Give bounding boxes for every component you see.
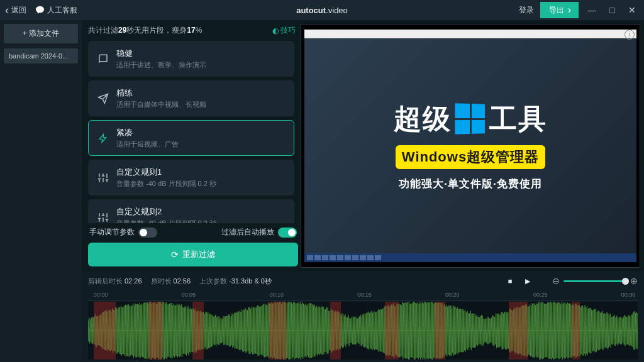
ruler-tick: 00:25 [533, 292, 548, 298]
cut-segment[interactable] [385, 302, 399, 359]
manual-params-label: 手动调节参数 [89, 227, 135, 238]
mode-desc: 音量参数 -40 dB 片段间隔 0.2 秒 [116, 179, 216, 189]
customer-service-button[interactable]: 人工客服 [35, 5, 77, 16]
cut-segment[interactable] [94, 302, 116, 359]
sidebar: + 添加文件 bandicam 2024-0... [0, 20, 82, 362]
mode-card[interactable]: 紧凑适用于短视频、广告 [88, 120, 294, 156]
refilter-button[interactable]: 重新过滤 [88, 243, 298, 266]
cut-segment[interactable] [148, 302, 162, 359]
sliders-icon [96, 171, 110, 185]
mode-card[interactable]: 自定义规则2音量参数 -40 dB 片段间隔 0.2 秒 [88, 199, 294, 223]
autoplay-toggle[interactable] [278, 228, 297, 238]
cut-segment[interactable] [330, 302, 341, 359]
waveform-svg [88, 302, 638, 359]
waveform[interactable] [88, 302, 638, 359]
windows-logo-icon [455, 104, 485, 135]
preview-taskbar [304, 253, 636, 262]
ruler-tick: 00:00 [94, 292, 108, 298]
maximize-button[interactable]: □ [605, 5, 619, 15]
timeline-ruler[interactable]: 00:0000:0500:1000:1500:2000:2500:30 [88, 290, 638, 300]
preview-window-titlebar [304, 30, 636, 38]
book-icon [96, 52, 110, 66]
ruler-tick: 00:20 [445, 292, 460, 298]
zoom-out-icon[interactable]: ⊖ [552, 276, 560, 286]
mode-list: 稳健适用于讲述、教学、操作演示精练适用于自媒体中视频、长视频紧凑适用于短视频、广… [88, 41, 298, 223]
preview-badge: Windows超级管理器 [396, 145, 545, 169]
close-button[interactable]: ✕ [625, 5, 639, 15]
cut-segment[interactable] [269, 302, 286, 359]
bolt-icon [96, 131, 110, 145]
autoplay-label: 过滤后自动播放 [221, 227, 274, 238]
ruler-tick: 00:15 [357, 292, 372, 298]
back-button[interactable]: 返回 [5, 4, 26, 16]
ruler-tick: 00:10 [269, 292, 284, 298]
mode-desc: 适用于短视频、广告 [116, 140, 179, 149]
timeline: 剪辑后时长02:26 原时长02:56 上次参数-31.3db & 0秒 ■ ▶… [82, 272, 644, 362]
titlebar: 返回 人工客服 autocut.video 登录 导出 — □ ✕ [0, 0, 644, 20]
add-file-button[interactable]: + 添加文件 [4, 24, 78, 43]
ruler-tick: 00:05 [182, 292, 196, 298]
preview-info-icon[interactable]: i [625, 30, 635, 40]
minimize-button[interactable]: — [585, 5, 599, 15]
filter-stats: 共计过滤29秒无用片段，瘦身17% 技巧 [88, 25, 298, 41]
mode-title: 稳健 [116, 48, 206, 59]
mode-desc: 适用于自媒体中视频、长视频 [116, 100, 206, 109]
manual-params-toggle[interactable] [138, 228, 157, 238]
ruler-tick: 00:30 [621, 292, 636, 298]
mode-card[interactable]: 自定义规则1音量参数 -40 dB 片段间隔 0.2 秒 [88, 160, 294, 195]
mode-card[interactable]: 精练适用于自媒体中视频、长视频 [88, 80, 294, 116]
mode-title: 自定义规则2 [116, 206, 216, 217]
cut-segment[interactable] [509, 302, 528, 359]
zoom-in-icon[interactable]: ⊕ [630, 276, 638, 286]
stop-button[interactable]: ■ [504, 275, 516, 287]
controls-panel: 共计过滤29秒无用片段，瘦身17% 技巧 稳健适用于讲述、教学、操作演示精练适用… [82, 20, 301, 272]
zoom-slider[interactable] [564, 280, 626, 282]
play-button[interactable]: ▶ [522, 275, 533, 287]
cut-segment[interactable] [192, 302, 203, 359]
video-preview[interactable]: 超级 工具 Windows超级管理器 功能强大·单文件版·免费使用 i [301, 24, 640, 268]
preview-subtitle: 功能强大·单文件版·免费使用 [399, 177, 541, 191]
file-item[interactable]: bandicam 2024-0... [4, 48, 78, 63]
mode-card[interactable]: 稳健适用于讲述、教学、操作演示 [88, 41, 294, 77]
cut-segment[interactable] [435, 302, 445, 359]
send-icon [96, 92, 110, 106]
app-title: autocut.video [296, 6, 348, 15]
login-button[interactable]: 登录 [519, 5, 534, 16]
mode-desc: 音量参数 -40 dB 片段间隔 0.2 秒 [116, 219, 216, 223]
mode-title: 精练 [116, 87, 206, 99]
preview-heading-left: 超级 [394, 101, 452, 138]
sliders-icon [96, 211, 110, 224]
preview-heading-right: 工具 [489, 101, 547, 138]
export-button[interactable]: 导出 [540, 2, 579, 18]
cut-segment[interactable] [572, 302, 580, 359]
mode-title: 紧凑 [116, 127, 179, 138]
mode-desc: 适用于讲述、教学、操作演示 [116, 60, 206, 70]
mode-title: 自定义规则1 [116, 167, 216, 178]
tips-button[interactable]: 技巧 [272, 25, 296, 36]
